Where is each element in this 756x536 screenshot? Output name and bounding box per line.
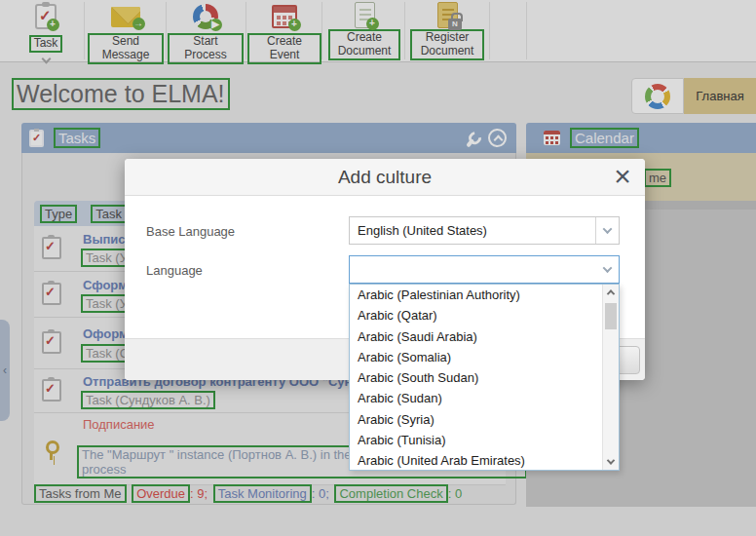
scrollbar-thumb[interactable]	[605, 303, 617, 329]
dropdown-option[interactable]: Arabic (Syria)	[350, 409, 602, 430]
scrollbar-down-icon[interactable]	[603, 454, 619, 470]
language-dropdown-list: Arabic (Palestinian Authority) Arabic (Q…	[349, 284, 620, 471]
dropdown-option[interactable]: Arabic (United Arab Emirates)	[350, 450, 602, 471]
close-icon[interactable]: ×	[608, 158, 637, 195]
dropdown-option[interactable]: Arabic (Qatar)	[350, 305, 602, 325]
dialog-title: Add culture	[125, 167, 645, 188]
language-combobox[interactable]	[349, 255, 620, 284]
chevron-down-icon[interactable]	[595, 217, 619, 244]
dropdown-option[interactable]: Arabic (Sudan)	[350, 388, 602, 408]
scrollbar-up-icon[interactable]	[603, 285, 619, 300]
dropdown-scrollbar[interactable]	[602, 285, 619, 470]
dropdown-option[interactable]: Arabic (Saudi Arabia)	[350, 326, 602, 347]
base-language-value: English (United States)	[358, 223, 487, 238]
chevron-down-icon[interactable]	[595, 256, 619, 283]
base-language-label: Base Language	[146, 224, 235, 239]
language-label: Language	[146, 263, 203, 278]
dropdown-option[interactable]: Arabic (South Sudan)	[350, 367, 602, 388]
dropdown-option[interactable]: Arabic (Somalia)	[350, 347, 602, 367]
elma-main-page: + Task → Send Message ▶ Start Process +	[0, 0, 756, 536]
base-language-select[interactable]: English (United States)	[349, 216, 620, 245]
dropdown-option[interactable]: Arabic (Tunisia)	[350, 430, 602, 450]
dialog-header: Add culture ×	[125, 159, 645, 196]
dropdown-option[interactable]: Arabic (Palestinian Authority)	[350, 285, 602, 305]
